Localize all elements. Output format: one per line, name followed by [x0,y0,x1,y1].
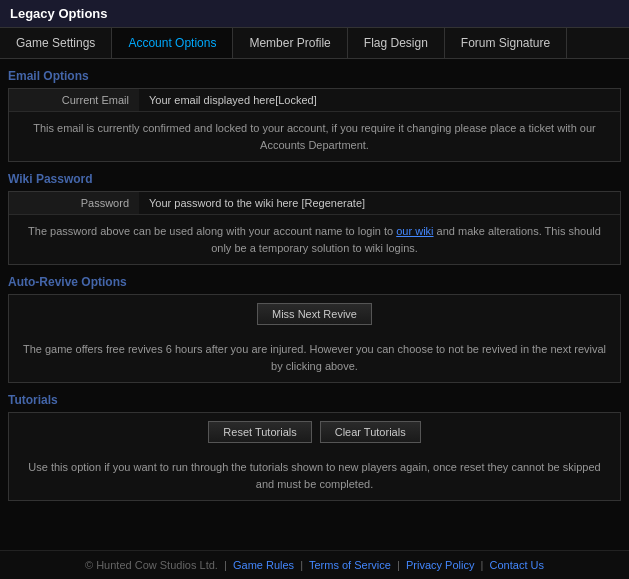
footer-contact[interactable]: Contact Us [490,559,544,571]
wiki-password-row: Password Your password to the wiki here … [9,192,620,215]
wiki-section-header: Wiki Password [8,172,621,186]
nav-tabs: Game Settings Account Options Member Pro… [0,28,629,59]
wiki-password-label: Password [9,192,139,214]
autorevive-info-box: Miss Next Revive The game offers free re… [8,294,621,383]
tutorials-button-row: Reset Tutorials Clear Tutorials [9,413,620,451]
email-row: Current Email Your email displayed here[… [9,89,620,112]
miss-next-revive-button[interactable]: Miss Next Revive [257,303,372,325]
wiki-description: The password above can be used along wit… [9,215,620,264]
reset-tutorials-button[interactable]: Reset Tutorials [208,421,311,443]
autorevive-button-row: Miss Next Revive [9,295,620,333]
email-info-box: Current Email Your email displayed here[… [8,88,621,162]
autorevive-description: The game offers free revives 6 hours aft… [9,333,620,382]
tab-forum-signature[interactable]: Forum Signature [445,28,567,58]
tab-account-options[interactable]: Account Options [112,28,233,58]
autorevive-section-header: Auto-Revive Options [8,275,621,289]
email-label: Current Email [9,89,139,111]
email-section-header: Email Options [8,69,621,83]
tab-flag-design[interactable]: Flag Design [348,28,445,58]
footer-copyright: © Hunted Cow Studios Ltd. [85,559,218,571]
main-content: Email Options Current Email Your email d… [0,59,629,519]
tutorials-info-box: Reset Tutorials Clear Tutorials Use this… [8,412,621,501]
page-header: Legacy Options [0,0,629,28]
email-description: This email is currently confirmed and lo… [9,112,620,161]
wiki-desc-text1: The password above can be used along wit… [28,225,396,237]
tutorials-section-header: Tutorials [8,393,621,407]
tutorials-description: Use this option if you want to run throu… [9,451,620,500]
footer-terms[interactable]: Terms of Service [309,559,391,571]
footer-game-rules[interactable]: Game Rules [233,559,294,571]
clear-tutorials-button[interactable]: Clear Tutorials [320,421,421,443]
footer: © Hunted Cow Studios Ltd. | Game Rules |… [0,550,629,579]
footer-privacy[interactable]: Privacy Policy [406,559,474,571]
tab-member-profile[interactable]: Member Profile [233,28,347,58]
wiki-link[interactable]: our wiki [396,225,433,237]
email-value: Your email displayed here[Locked] [139,89,620,111]
wiki-info-box: Password Your password to the wiki here … [8,191,621,265]
wiki-password-value: Your password to the wiki here [Regenera… [139,192,620,214]
tab-game-settings[interactable]: Game Settings [0,28,112,58]
